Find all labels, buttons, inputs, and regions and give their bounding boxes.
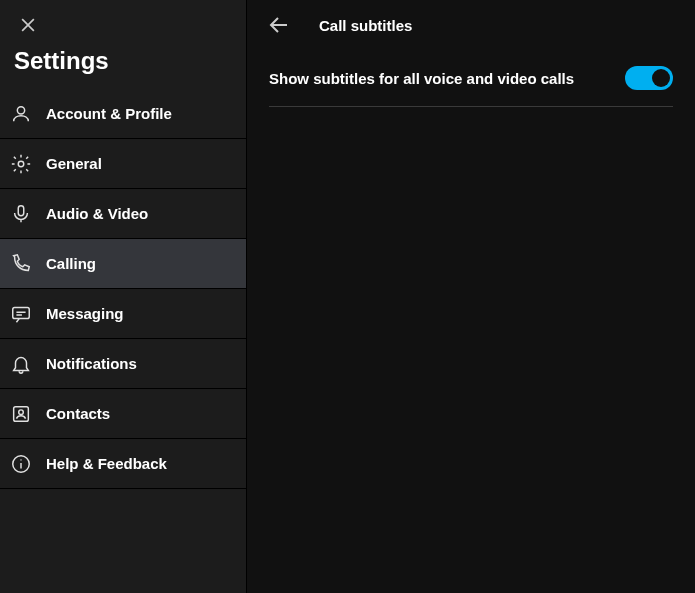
- option-label: Show subtitles for all voice and video c…: [269, 70, 574, 87]
- back-button[interactable]: [267, 13, 291, 37]
- person-icon: [10, 103, 32, 125]
- sidebar-item-label: Calling: [46, 255, 96, 272]
- sidebar-item-label: Messaging: [46, 305, 124, 322]
- close-button[interactable]: [18, 15, 38, 35]
- contacts-icon: [10, 403, 32, 425]
- svg-point-7: [19, 409, 24, 414]
- option-row-subtitles: Show subtitles for all voice and video c…: [269, 50, 673, 107]
- sidebar-item-label: Help & Feedback: [46, 455, 167, 472]
- close-icon: [18, 15, 38, 35]
- sidebar-item-label: Notifications: [46, 355, 137, 372]
- bell-icon: [10, 353, 32, 375]
- toggle-knob: [652, 69, 670, 87]
- svg-point-2: [17, 106, 24, 113]
- sidebar-item-general[interactable]: General: [0, 139, 246, 189]
- sidebar-item-calling[interactable]: Calling: [0, 239, 246, 289]
- sidebar-item-label: General: [46, 155, 102, 172]
- microphone-icon: [10, 203, 32, 225]
- main-header: Call subtitles: [247, 0, 695, 50]
- sidebar-item-contacts[interactable]: Contacts: [0, 389, 246, 439]
- gear-icon: [10, 153, 32, 175]
- sidebar-item-audio-video[interactable]: Audio & Video: [0, 189, 246, 239]
- sidebar-item-label: Contacts: [46, 405, 110, 422]
- sidebar-item-notifications[interactable]: Notifications: [0, 339, 246, 389]
- info-icon: [10, 453, 32, 475]
- sidebar-item-help-feedback[interactable]: Help & Feedback: [0, 439, 246, 489]
- settings-window: Settings Account & Profile General Audio…: [0, 0, 695, 593]
- page-title: Call subtitles: [319, 17, 412, 34]
- sidebar-item-label: Account & Profile: [46, 105, 172, 122]
- svg-point-3: [18, 161, 24, 167]
- svg-rect-5: [13, 307, 30, 318]
- phone-icon: [10, 253, 32, 275]
- sidebar-item-messaging[interactable]: Messaging: [0, 289, 246, 339]
- chat-icon: [10, 303, 32, 325]
- sidebar-top: [0, 0, 246, 41]
- svg-point-10: [20, 459, 21, 460]
- svg-rect-4: [18, 205, 24, 215]
- sidebar-item-account-profile[interactable]: Account & Profile: [0, 89, 246, 139]
- sidebar-item-label: Audio & Video: [46, 205, 148, 222]
- sidebar-menu: Account & Profile General Audio & Video …: [0, 89, 246, 489]
- main-panel: Call subtitles Show subtitles for all vo…: [247, 0, 695, 593]
- sidebar-title: Settings: [0, 41, 246, 89]
- subtitles-toggle[interactable]: [625, 66, 673, 90]
- arrow-left-icon: [267, 13, 291, 37]
- sidebar: Settings Account & Profile General Audio…: [0, 0, 247, 593]
